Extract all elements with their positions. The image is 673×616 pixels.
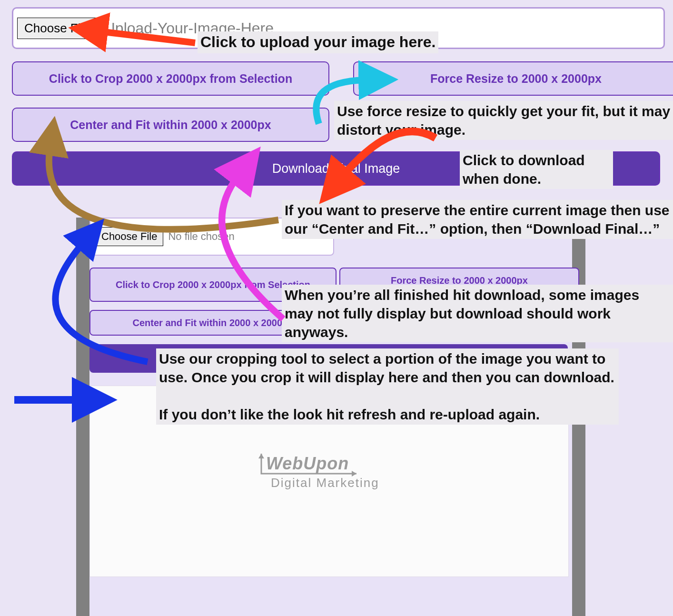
annotation-crop-tool: Use our cropping tool to select a portio…: [156, 348, 619, 425]
crop-button[interactable]: Click to Crop 2000 x 2000px from Selecti…: [12, 61, 329, 96]
preview-logo-subtitle: Digital Marketing: [271, 476, 379, 490]
annotation-upload: Click to upload your image here.: [198, 31, 438, 53]
annotation-force-resize: Use force resize to quickly get your fit…: [334, 101, 673, 140]
crop-handle-icon: [88, 396, 92, 399]
preview-choose-file-button: Choose File: [95, 227, 163, 246]
center-fit-button[interactable]: Center and Fit within 2000 x 2000px: [12, 108, 329, 142]
preview-scrollbar-left: [76, 218, 89, 616]
preview-upload-placeholder: No file chosen: [168, 230, 234, 243]
annotation-center-fit: If you want to preserve the entire curre…: [282, 200, 673, 239]
annotation-download: Click to download when done.: [460, 150, 613, 189]
force-resize-button[interactable]: Force Resize to 2000 x 2000px: [353, 61, 673, 96]
annotation-finish-dl: When you’re all finished hit download, s…: [282, 285, 673, 342]
preview-logo-text: WebUpon: [266, 454, 349, 474]
choose-file-button[interactable]: Choose File: [17, 18, 98, 39]
